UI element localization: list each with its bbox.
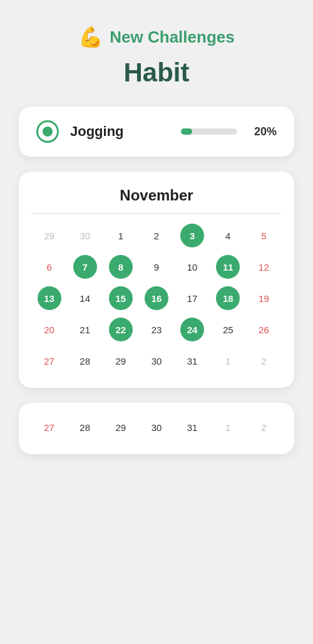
calendar-cell-wrap: 27	[31, 413, 67, 442]
calendar-cell-wrap: 21	[67, 315, 103, 344]
calendar-cell-wrap: 22	[103, 315, 138, 344]
calendar-cell-wrap: 3	[175, 221, 210, 250]
calendar-cell-wrap: 2	[246, 346, 282, 375]
habit-icon-inner	[43, 127, 53, 137]
calendar-cell-wrap: 30	[67, 221, 103, 250]
muscle-icon: 💪	[78, 25, 103, 49]
calendar-cell-wrap: 8	[103, 252, 138, 281]
calendar-day[interactable]: 29	[44, 221, 54, 250]
calendar-cell-wrap: 4	[210, 221, 246, 250]
calendar-cell-wrap: 18	[210, 284, 246, 313]
calendar-cell-wrap: 29	[31, 221, 67, 250]
calendar-day[interactable]: 7	[73, 255, 97, 279]
calendar-day[interactable]: 22	[109, 318, 133, 341]
calendar-day[interactable]: 1	[225, 346, 230, 375]
calendar-cell-wrap: 25	[210, 315, 246, 344]
calendar-day[interactable]: 10	[187, 252, 198, 281]
calendar-cell-wrap: 12	[246, 252, 282, 281]
calendar-cell-wrap: 6	[31, 252, 67, 281]
calendar-cell-wrap: 30	[138, 346, 174, 375]
habit-name: Jogging	[70, 123, 170, 140]
calendar-cell-wrap: 13	[31, 284, 67, 313]
calendar-grid-bottom: 272829303112	[31, 413, 282, 442]
progress-bar-fill	[181, 128, 192, 135]
calendar-day[interactable]: 25	[223, 315, 233, 344]
calendar-cell-wrap: 27	[31, 346, 67, 375]
page-title: Habit	[124, 58, 190, 88]
calendar-day[interactable]: 17	[187, 284, 198, 313]
calendar-day[interactable]: 30	[151, 346, 162, 375]
calendar-cell-wrap: 31	[175, 346, 210, 375]
calendar-cell-wrap: 7	[67, 252, 103, 281]
calendar-grid: 2930123456789101112131415161718192021222…	[31, 221, 282, 375]
progress-bar	[181, 128, 237, 135]
calendar-day[interactable]: 13	[38, 286, 61, 310]
calendar-day[interactable]: 18	[216, 286, 240, 310]
calendar-divider	[31, 213, 282, 214]
calendar-day[interactable]: 20	[44, 315, 54, 344]
calendar-day[interactable]: 29	[116, 413, 126, 442]
calendar-cell-wrap: 28	[67, 413, 103, 442]
calendar-day[interactable]: 5	[261, 221, 266, 250]
calendar-cell-wrap: 23	[138, 315, 174, 344]
calendar-day[interactable]: 12	[259, 252, 269, 281]
calendar-day[interactable]: 28	[80, 346, 90, 375]
calendar-cell-wrap: 11	[210, 252, 246, 281]
calendar-cell-wrap: 26	[246, 315, 282, 344]
calendar-day[interactable]: 27	[44, 346, 54, 375]
calendar-day[interactable]: 28	[80, 413, 90, 442]
calendar-cell-wrap: 1	[103, 221, 138, 250]
calendar-cell-wrap: 10	[175, 252, 210, 281]
calendar-cell-wrap: 2	[246, 413, 282, 442]
calendar-card: November 2930123456789101112131415161718…	[19, 172, 294, 388]
calendar-cell-wrap: 19	[246, 284, 282, 313]
calendar-day[interactable]: 8	[109, 255, 133, 279]
calendar-day[interactable]: 30	[151, 413, 162, 442]
calendar-day[interactable]: 3	[180, 224, 204, 247]
calendar-day[interactable]: 2	[261, 413, 266, 442]
calendar-day[interactable]: 2	[261, 346, 266, 375]
calendar-cell-wrap: 14	[67, 284, 103, 313]
calendar-cell-wrap: 2	[138, 221, 174, 250]
calendar-day[interactable]: 26	[259, 315, 269, 344]
header: 💪 New Challenges	[78, 25, 234, 49]
calendar-cell-wrap: 9	[138, 252, 174, 281]
calendar-month: November	[31, 187, 282, 204]
calendar-day[interactable]: 19	[259, 284, 269, 313]
header-title: New Challenges	[110, 28, 234, 47]
calendar-day[interactable]: 27	[44, 413, 54, 442]
calendar-day[interactable]: 2	[154, 221, 159, 250]
calendar-cell-wrap: 1	[210, 346, 246, 375]
calendar-day[interactable]: 30	[80, 221, 90, 250]
calendar-cell-wrap: 29	[103, 346, 138, 375]
calendar-day[interactable]: 31	[187, 413, 198, 442]
habit-status-icon	[36, 120, 59, 143]
calendar-cell-wrap: 17	[175, 284, 210, 313]
calendar-cell-wrap: 31	[175, 413, 210, 442]
calendar-day[interactable]: 6	[46, 252, 51, 281]
calendar-day[interactable]: 23	[151, 315, 162, 344]
calendar-cell-wrap: 5	[246, 221, 282, 250]
calendar-day[interactable]: 29	[116, 346, 126, 375]
calendar-day[interactable]: 1	[225, 413, 230, 442]
calendar-day[interactable]: 16	[145, 286, 168, 310]
calendar-day[interactable]: 24	[180, 318, 204, 341]
calendar-day[interactable]: 21	[80, 315, 90, 344]
calendar-cell-wrap: 24	[175, 315, 210, 344]
calendar-cell-wrap: 28	[67, 346, 103, 375]
calendar-card-bottom: 272829303112	[19, 403, 294, 454]
calendar-day[interactable]: 14	[80, 284, 90, 313]
calendar-cell-wrap: 15	[103, 284, 138, 313]
calendar-day[interactable]: 4	[225, 221, 230, 250]
calendar-day[interactable]: 15	[109, 286, 133, 310]
calendar-cell-wrap: 29	[103, 413, 138, 442]
calendar-day[interactable]: 11	[216, 255, 240, 279]
calendar-day[interactable]: 31	[187, 346, 198, 375]
calendar-cell-wrap: 16	[138, 284, 174, 313]
calendar-day[interactable]: 1	[118, 221, 123, 250]
calendar-cell-wrap: 20	[31, 315, 67, 344]
calendar-cell-wrap: 30	[138, 413, 174, 442]
progress-label: 20%	[249, 125, 277, 138]
calendar-day[interactable]: 9	[154, 252, 159, 281]
calendar-cell-wrap: 1	[210, 413, 246, 442]
